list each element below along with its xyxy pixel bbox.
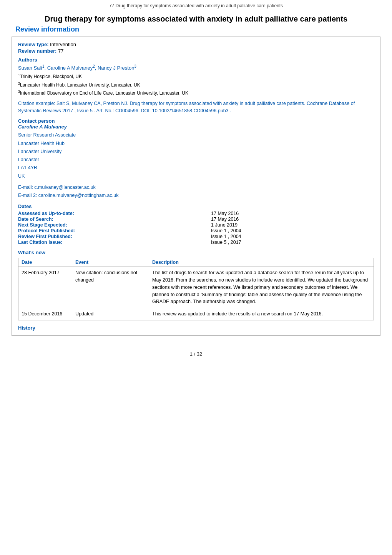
contact-email1: E-mail: c.mulvaney@lancaster.ac.uk: [18, 185, 96, 190]
contact-email2: E-mail 2: caroline.mulvaney@nottingham.a…: [18, 193, 118, 198]
dates-grid: Assessed as Up-to-date: 17 May 2016 Date…: [18, 211, 374, 245]
review-info-heading: Review information: [0, 25, 392, 37]
history-heading: History: [18, 325, 374, 331]
last-citation-label: Last Citation Issue:: [18, 240, 208, 245]
col-description-header: Description: [149, 258, 374, 267]
author3-super: 3: [134, 64, 136, 68]
review-published-label: Review First Published:: [18, 234, 208, 239]
review-published-value: Issue 1 , 2004: [211, 234, 374, 239]
row-date: 28 February 2017: [18, 267, 72, 308]
contact-org1: Lancaster Health Hub: [18, 141, 65, 146]
breadcrumb-text: 77 Drug therapy for symptoms associated …: [0, 0, 392, 10]
authors-section: Authors Susan Salt1, Caroline A Mulvaney…: [18, 57, 374, 114]
table-row: 28 February 2017 New citation: conclusio…: [18, 267, 374, 308]
protocol-published-label: Protocol First Published:: [18, 228, 208, 233]
page-footer: 1 / 32: [0, 343, 392, 361]
author1-name: Susan Salt: [18, 65, 42, 71]
review-type-value: Intervention: [50, 42, 76, 47]
contact-postcode: LA1 4YR: [18, 165, 37, 170]
dates-heading: Dates: [18, 203, 374, 209]
date-search-value: 17 May 2016: [211, 217, 374, 222]
author2-super: 2: [93, 64, 95, 68]
affiliations: 1Trinity Hospice, Blackpool, UK 2Lancast…: [18, 72, 374, 97]
authors-names: Susan Salt1, Caroline A Mulvaney2, Nancy…: [18, 64, 374, 71]
contact-emails: E-mail: c.mulvaney@lancaster.ac.uk E-mai…: [18, 183, 374, 200]
last-citation-value: Issue 5 , 2017: [211, 240, 374, 245]
contact-role: Senior Research Associate: [18, 132, 76, 138]
review-content-box: Review type: Intervention Review number:…: [12, 37, 380, 336]
protocol-published-value: Issue 1 , 2004: [211, 228, 374, 233]
contact-heading: Contact person: [18, 118, 374, 124]
col-event-header: Event: [72, 258, 149, 267]
whats-new-table: Date Event Description 28 February 2017 …: [18, 258, 374, 320]
authors-heading: Authors: [18, 57, 374, 63]
table-row: 15 December 2016 Updated This review was…: [18, 308, 374, 320]
affiliation3: International Observatory on End of Life…: [20, 90, 188, 96]
history-section: History: [18, 325, 374, 331]
next-stage-value: 1 June 2019: [211, 222, 374, 228]
date-search-label: Date of Search:: [18, 217, 208, 222]
author2-name: Caroline A Mulvaney: [47, 65, 93, 71]
whats-new-section: What's new Date Event Description 28 Feb…: [18, 250, 374, 320]
citation-text: Citation example: Salt S, Mulvaney CA, P…: [18, 100, 374, 115]
contact-name: Caroline A Mulvaney: [18, 124, 374, 130]
review-type-label: Review type:: [18, 42, 48, 47]
row-description: This review was updated to include the r…: [149, 308, 374, 320]
contact-country: UK: [18, 173, 25, 179]
page-title: Drug therapy for symptoms associated wit…: [0, 10, 392, 25]
assessed-label: Assessed as Up-to-date:: [18, 211, 208, 216]
review-number-label: Review number:: [18, 48, 56, 54]
row-description: The list of drugs to search for was upda…: [149, 267, 374, 308]
page-header: 77 Drug therapy for symptoms associated …: [0, 0, 392, 10]
col-date-header: Date: [18, 258, 72, 267]
whats-new-heading: What's new: [18, 250, 374, 255]
contact-address: Senior Research Associate Lancaster Heal…: [18, 131, 374, 180]
author1-super: 1: [42, 64, 45, 68]
dates-section: Dates Assessed as Up-to-date: 17 May 201…: [18, 203, 374, 245]
affiliation2: Lancaster Health Hub, Lancaster Universi…: [20, 82, 140, 88]
review-number-value: 77: [58, 48, 63, 54]
review-number-line: Review number: 77: [18, 48, 374, 54]
assessed-value: 17 May 2016: [211, 211, 374, 216]
contact-city: Lancaster: [18, 157, 39, 162]
contact-section: Contact person Caroline A Mulvaney Senio…: [18, 118, 374, 200]
contact-org2: Lancaster University: [18, 149, 61, 154]
affiliation1: Trinity Hospice, Blackpool, UK: [20, 74, 82, 79]
row-event: Updated: [72, 308, 149, 320]
review-type-line: Review type: Intervention: [18, 42, 374, 47]
author3-name: Nancy J Preston: [98, 65, 134, 71]
next-stage-label: Next Stage Expected:: [18, 222, 208, 228]
row-event: New citation: conclusions not changed: [72, 267, 149, 308]
row-date: 15 December 2016: [18, 308, 72, 320]
